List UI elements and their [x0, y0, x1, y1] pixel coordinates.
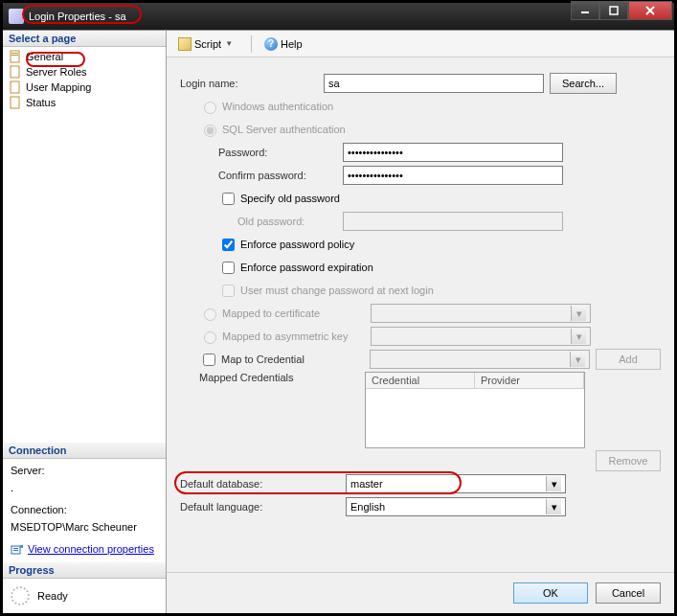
must-change-password-checkbox	[222, 285, 235, 297]
windows-auth-label: Windows authentication	[222, 101, 333, 112]
sidebar-item-status[interactable]: Status	[3, 95, 166, 110]
connection-header: Connection	[3, 443, 166, 459]
dialog-footer: OK Cancel	[167, 572, 674, 613]
login-name-input[interactable]	[324, 74, 544, 93]
help-button[interactable]: ? Help	[260, 35, 306, 53]
enforce-expiration-label: Enforce password expiration	[240, 262, 373, 273]
progress-status-text: Ready	[37, 590, 68, 602]
server-value: .	[11, 480, 158, 497]
svg-rect-4	[11, 51, 19, 62]
search-button[interactable]: Search...	[550, 73, 617, 94]
login-name-label: Login name:	[180, 78, 324, 89]
progress-header: Progress	[3, 562, 166, 579]
map-to-credential-label: Map to Credential	[221, 354, 370, 365]
chevron-down-icon: ▾	[546, 499, 561, 514]
old-password-label: Old password:	[237, 216, 343, 227]
chevron-down-icon: ▾	[571, 306, 586, 321]
mapped-to-certificate-label: Mapped to certificate	[222, 308, 371, 319]
svg-rect-12	[13, 550, 18, 551]
sql-auth-label: SQL Server authentication	[222, 124, 346, 135]
window-icon	[9, 9, 24, 24]
minimize-icon	[580, 6, 590, 15]
default-database-value: master	[350, 478, 383, 490]
titlebar: Login Properties - sa	[3, 3, 674, 30]
chevron-down-icon: ▼	[225, 39, 233, 48]
default-database-select[interactable]: master ▾	[346, 474, 566, 493]
remove-credential-button: Remove	[596, 450, 661, 471]
minimize-button[interactable]	[571, 1, 599, 20]
map-to-credential-checkbox[interactable]	[203, 354, 215, 366]
script-button[interactable]: Script ▼	[174, 35, 242, 53]
cancel-button[interactable]: Cancel	[596, 582, 661, 604]
connection-field-label: Connection:	[11, 502, 158, 519]
progress-status-row: Ready	[3, 579, 166, 613]
sidebar-item-label: User Mapping	[26, 81, 91, 93]
sidebar-item-label: Status	[26, 97, 56, 108]
asym-key-select: ▾	[371, 327, 591, 346]
maximize-button[interactable]	[599, 1, 628, 20]
form-general: Login name: Search... Windows authentica…	[167, 57, 674, 572]
connection-info: Server: . Connection: MSEDTOP\Marc Scheu…	[3, 459, 166, 562]
help-label: Help	[281, 38, 303, 50]
close-icon	[644, 5, 656, 16]
mapped-to-asym-key-radio	[204, 331, 216, 344]
certificate-select: ▾	[371, 304, 591, 323]
credential-column-header: Credential	[366, 373, 475, 388]
old-password-input	[343, 212, 563, 231]
mapped-credentials-list[interactable]: Credential Provider	[365, 372, 585, 448]
confirm-password-label: Confirm password:	[218, 170, 343, 181]
svg-rect-9	[11, 97, 19, 108]
default-language-value: English	[350, 501, 385, 513]
svg-rect-11	[13, 548, 18, 549]
provider-column-header: Provider	[475, 373, 584, 388]
server-label: Server:	[11, 463, 158, 480]
confirm-password-input[interactable]	[343, 166, 563, 185]
svg-rect-5	[11, 53, 18, 54]
default-language-select[interactable]: English ▾	[346, 497, 566, 516]
svg-rect-6	[11, 55, 18, 56]
svg-rect-7	[11, 66, 19, 78]
chevron-down-icon: ▾	[571, 329, 586, 344]
enforce-expiration-checkbox[interactable]	[222, 262, 235, 274]
chevron-down-icon: ▾	[570, 352, 585, 367]
sidebar-item-server-roles[interactable]: Server Roles	[3, 64, 166, 80]
mapped-credentials-label: Mapped Credentials	[199, 372, 365, 383]
toolbar: Script ▼ ? Help	[167, 31, 674, 57]
page-list: General Server Roles User Mapping Status	[3, 47, 166, 112]
mapped-to-asym-key-label: Mapped to asymmetric key	[222, 331, 371, 342]
chevron-down-icon: ▾	[546, 476, 561, 491]
maximize-icon	[609, 6, 619, 15]
script-label: Script	[194, 38, 221, 50]
enforce-policy-checkbox[interactable]	[222, 239, 235, 251]
progress-spinner-icon	[11, 586, 30, 605]
specify-old-password-label: Specify old password	[240, 193, 340, 204]
window-title: Login Properties - sa	[29, 11, 126, 22]
password-input[interactable]	[343, 143, 563, 162]
default-database-label: Default database:	[180, 478, 346, 490]
sidebar-item-label: General	[26, 51, 63, 62]
enforce-policy-label: Enforce password policy	[240, 239, 354, 250]
sql-auth-radio	[204, 125, 216, 137]
sidebar-item-label: Server Roles	[26, 66, 87, 78]
toolbar-separator	[251, 35, 252, 53]
ok-button[interactable]: OK	[513, 582, 588, 604]
mapped-credentials-header: Credential Provider	[366, 373, 584, 389]
default-language-label: Default language:	[180, 501, 346, 513]
sidebar-item-general[interactable]: General	[3, 49, 166, 64]
connection-properties-icon	[11, 543, 24, 557]
script-icon	[178, 37, 192, 51]
specify-old-password-checkbox[interactable]	[222, 193, 235, 205]
main-panel: Script ▼ ? Help Login name: Search...	[167, 31, 674, 613]
svg-rect-8	[11, 81, 19, 93]
page-icon	[9, 65, 22, 79]
view-connection-properties-link[interactable]: View connection properties	[28, 541, 154, 559]
sidebar-item-user-mapping[interactable]: User Mapping	[3, 80, 166, 95]
svg-rect-1	[610, 7, 618, 14]
select-page-header: Select a page	[3, 31, 166, 47]
password-label: Password:	[218, 147, 343, 158]
must-change-password-label: User must change password at next login	[240, 285, 434, 296]
credential-select: ▾	[370, 350, 590, 369]
close-button[interactable]	[628, 1, 672, 20]
add-credential-button: Add	[596, 349, 661, 370]
sidebar: Select a page General Server Roles User …	[3, 31, 167, 613]
